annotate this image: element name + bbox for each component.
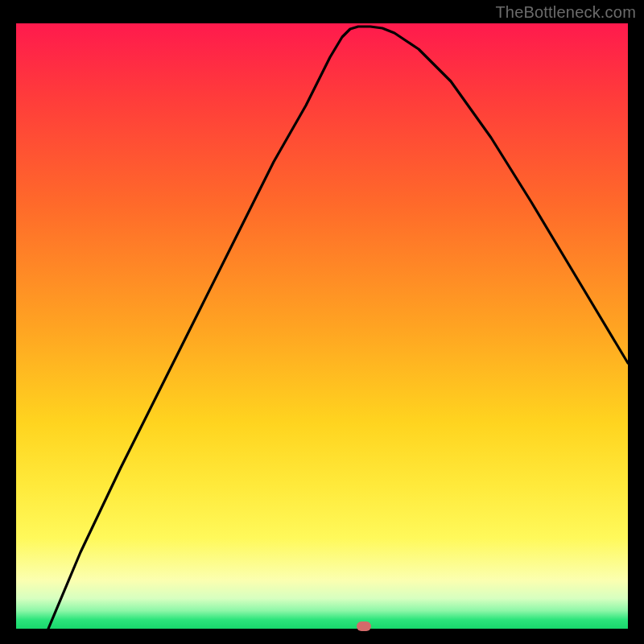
chart-frame: TheBottleneck.com bbox=[0, 0, 644, 644]
optimum-marker bbox=[357, 621, 371, 631]
bottleneck-curve bbox=[16, 23, 628, 629]
watermark-text: TheBottleneck.com bbox=[495, 3, 636, 22]
plot-area bbox=[16, 23, 628, 629]
